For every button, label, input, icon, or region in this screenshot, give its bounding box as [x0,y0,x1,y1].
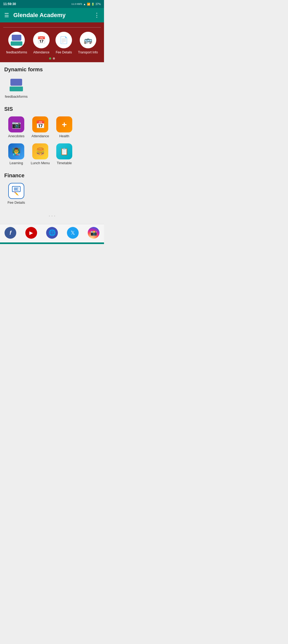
battery-icon: 🔋 [91,3,94,6]
sis-title: SIS [4,106,100,112]
carousel-dots [3,57,101,60]
fee-icon-circle: 📄 [55,32,72,48]
timetable-icon: 📋 [56,143,72,159]
instagram-button[interactable]: 📸 [88,227,99,239]
transport-info-banner-label: Transport Info [78,50,98,54]
anecdotes-icon-symbol: 📷 [12,120,21,129]
health-icon-symbol: + [62,120,67,129]
learning-icon: 👨‍🏫 [8,143,24,159]
anecdotes-item[interactable]: 📷 Anecdotes [4,116,28,138]
fee-pencil-icon: ✏️ [14,191,19,196]
fee-details-item[interactable]: ✏️ Fee Details [4,183,28,205]
attendance-sis-label: Attendance [31,134,49,138]
lunch-menu-icon: 🍔 [32,143,48,159]
website-icon: 🌐 [49,229,56,236]
transport-icon: 🚌 [84,36,92,44]
dynamic-forms-grid: feedbackforms [4,77,100,104]
dynamic-forms-section: Dynamic forms feedbackforms [4,66,100,104]
banner-item-attendance[interactable]: 📅 Attendance [33,32,50,54]
feedbackforms-icon [11,35,22,46]
banner-item-transport[interactable]: 🚌 Transport Info [78,32,98,54]
youtube-button[interactable]: ▶ [25,227,37,239]
transport-icon-circle: 🚌 [80,32,96,48]
bottom-nav: f ▶ 🌐 𝕏 📸 [0,224,104,242]
feedbackforms-grid-item[interactable]: feedbackforms [4,77,28,99]
more-content-indicator: · · · [4,212,100,220]
learning-item[interactable]: 👨‍🏫 Learning [4,143,28,165]
status-bar: 11:59:30 11.0 KB/S ▲ 📶 🔋 37% [0,0,104,8]
hamburger-icon[interactable]: ☰ [4,13,9,18]
carousel-dot-1[interactable] [49,57,51,60]
learning-label: Learning [10,161,23,165]
feedbackforms-big-icon [8,77,24,93]
app-header: ☰ Glendale Academy ⋮ [0,8,104,22]
banner-item-feedbackforms[interactable]: feedbackforms [6,32,27,54]
fee-icon-doc [12,186,21,192]
timetable-icon-symbol: 📋 [60,147,69,156]
attendance-sis-item[interactable]: 📅 Attendance [28,116,52,138]
status-time: 11:59:30 [3,2,16,6]
feedbackforms-label: feedbackforms [6,50,27,54]
lunch-menu-icon-symbol: 🍔 [36,147,45,156]
carousel-dot-2[interactable] [53,57,55,60]
sis-grid: 📷 Anecdotes 📅 Attendance + Health 👨‍🏫 [4,116,100,170]
attendance-icon-circle: 📅 [33,32,50,48]
health-icon: + [56,116,72,132]
learning-icon-symbol: 👨‍🏫 [12,147,21,156]
facebook-button[interactable]: f [5,227,16,239]
health-label: Health [59,134,69,138]
content-area: Dynamic forms feedbackforms SIS 📷 Anec [0,62,104,224]
banner-divider [3,27,101,28]
website-button[interactable]: 🌐 [46,227,58,239]
banner-items: feedbackforms 📅 Attendance 📄 Fee Details… [3,32,101,54]
anecdotes-label: Anecdotes [8,134,24,138]
lunch-menu-label: Lunch Menu [31,161,50,165]
fee-details-icon: 📄 [59,36,68,44]
feedbackforms-icon-circle [8,32,25,48]
fee-doc-lines [14,188,19,190]
finance-grid: ✏️ Fee Details [4,183,100,210]
twitter-button[interactable]: 𝕏 [67,227,79,239]
signal-icon: 📶 [87,3,90,6]
attendance-icon: 📅 [37,36,46,44]
fee-details-banner-label: Fee Details [56,50,72,54]
teal-bottom-bar [0,242,104,244]
sis-section: SIS 📷 Anecdotes 📅 Attendance + Health [4,106,100,170]
timetable-item[interactable]: 📋 Timetable [52,143,76,165]
twitter-icon: 𝕏 [71,230,75,236]
attendance-banner-label: Attendance [33,50,50,54]
attendance-sis-icon-symbol: 📅 [36,120,45,129]
status-icons: 11.0 KB/S ▲ 📶 🔋 37% [71,3,101,6]
banner: feedbackforms 📅 Attendance 📄 Fee Details… [0,22,104,62]
network-speed: 11.0 KB/S [71,3,82,5]
health-item[interactable]: + Health [52,116,76,138]
fee-details-icon: ✏️ [8,183,24,199]
feedbackforms-grid-label: feedbackforms [5,95,27,99]
attendance-sis-icon: 📅 [32,116,48,132]
battery-level: 37% [95,3,101,6]
wifi-icon: ▲ [83,3,86,6]
lunch-menu-item[interactable]: 🍔 Lunch Menu [28,143,52,165]
anecdotes-icon: 📷 [8,116,24,132]
finance-title: Finance [4,172,100,179]
instagram-icon: 📸 [90,230,97,236]
app-title: Glendale Academy [13,12,90,19]
feedbackforms-big-icon-inner [10,79,23,91]
timetable-label: Timetable [57,161,72,165]
facebook-icon: f [10,230,11,236]
banner-item-fee-details[interactable]: 📄 Fee Details [55,32,72,54]
fee-details-label: Fee Details [7,201,25,205]
more-options-icon[interactable]: ⋮ [94,12,100,19]
finance-section: Finance ✏️ Fee Details · · · [4,172,100,220]
youtube-icon: ▶ [29,230,33,236]
dynamic-forms-title: Dynamic forms [4,66,100,73]
